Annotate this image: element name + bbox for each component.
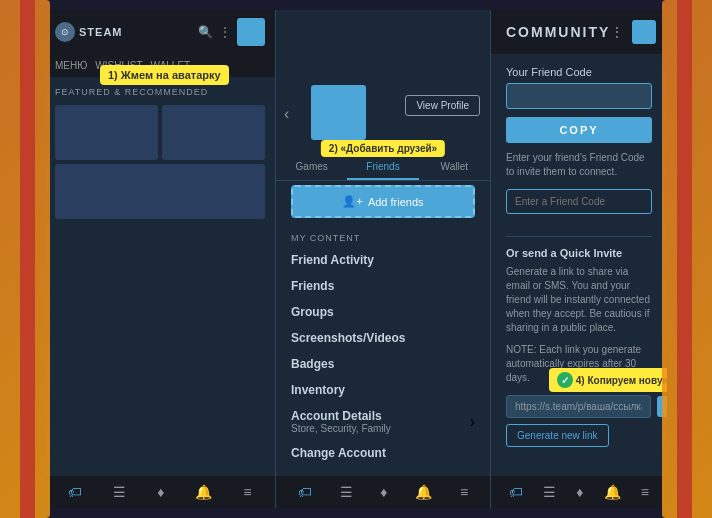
bottom-nav-menu-icon-2[interactable]: ≡ xyxy=(460,484,468,500)
bottom-nav-list-icon-2[interactable]: ☰ xyxy=(340,484,353,500)
friend-code-helper: Enter your friend's Friend Code to invit… xyxy=(506,151,652,179)
chevron-right-icon: › xyxy=(470,413,475,431)
main-wrapper: ⊙ STEAM 🔍 ⋮ 1) Жмем на аватарку МЕНЮ WIS… xyxy=(45,10,667,508)
friend-code-input[interactable] xyxy=(506,83,652,109)
community-content: Your Friend Code COPY Enter your friend'… xyxy=(491,54,667,452)
community-avatar[interactable] xyxy=(632,20,656,44)
bottom-nav-tag-icon[interactable]: 🏷 xyxy=(68,484,82,500)
game-card-1[interactable] xyxy=(55,105,158,160)
tooltip-4-text: 4) Копируем новую ссылку xyxy=(576,375,667,386)
profile-tabs: Games Friends Wallet xyxy=(276,155,490,181)
menu-friends[interactable]: Friends xyxy=(276,273,490,299)
bottom-nav-diamond-icon-2[interactable]: ♦ xyxy=(380,484,387,500)
add-friends-icon: 👤+ xyxy=(342,195,362,208)
search-icon[interactable]: 🔍 xyxy=(198,25,213,39)
menu-change-account[interactable]: Change Account xyxy=(276,440,490,466)
view-profile-button[interactable]: View Profile xyxy=(405,95,480,116)
account-details-text: Account Details xyxy=(291,409,391,423)
game-card-2[interactable] xyxy=(162,105,265,160)
quick-invite-desc: Generate a link to share via email or SM… xyxy=(506,265,652,335)
link-url-input[interactable] xyxy=(506,395,651,418)
community-bottom-nav: 🏷 ☰ ♦ 🔔 ≡ xyxy=(491,476,667,508)
tooltip-4: ✓ 4) Копируем новую ссылку xyxy=(549,368,667,392)
bottom-nav-bell-icon-2[interactable]: 🔔 xyxy=(415,484,432,500)
my-content-label: MY CONTENT xyxy=(276,225,490,247)
friend-code-label: Your Friend Code xyxy=(506,66,652,78)
bottom-nav-bell-icon-3[interactable]: 🔔 xyxy=(604,484,621,500)
link-row: COPY ✓ 4) Копируем новую ссылку xyxy=(506,395,652,418)
enter-friend-code-input[interactable] xyxy=(506,189,652,214)
quick-invite-title: Or send a Quick Invite xyxy=(506,247,652,259)
profile-dropdown-panel: ‹ View Profile 2) «Добавить друзей» Game… xyxy=(275,10,490,508)
menu-screenshots[interactable]: Screenshots/Videos xyxy=(276,325,490,351)
left-content: FEATURED & RECOMMENDED xyxy=(45,77,275,229)
menu-inventory[interactable]: Inventory xyxy=(276,377,490,403)
steam-logo-icon: ⊙ xyxy=(55,22,75,42)
account-details-sub: Store, Security, Family xyxy=(291,423,391,434)
bottom-nav-diamond-icon[interactable]: ♦ xyxy=(157,484,164,500)
community-menu-dots-icon[interactable]: ⋮ xyxy=(610,24,624,40)
steam-header: ⊙ STEAM 🔍 ⋮ xyxy=(45,10,275,54)
tab-wallet[interactable]: Wallet xyxy=(419,155,490,180)
tooltip-1: 1) Жмем на аватарку xyxy=(100,65,229,85)
gift-ribbon-left xyxy=(20,0,35,518)
community-header-right: ⋮ xyxy=(610,20,656,44)
back-button[interactable]: ‹ xyxy=(284,105,289,123)
featured-cards xyxy=(55,105,265,219)
steam-logo: ⊙ STEAM xyxy=(55,22,123,42)
menu-dots-icon[interactable]: ⋮ xyxy=(219,25,231,39)
steam-client-panel: ⊙ STEAM 🔍 ⋮ 1) Жмем на аватарку МЕНЮ WIS… xyxy=(45,10,275,508)
steam-logo-text: STEAM xyxy=(79,26,123,38)
gift-ribbon-right xyxy=(677,0,692,518)
bottom-nav-tag-icon-3[interactable]: 🏷 xyxy=(509,484,523,500)
tab-games[interactable]: Games xyxy=(276,155,347,180)
featured-label: FEATURED & RECOMMENDED xyxy=(55,87,265,97)
profile-bottom-nav: 🏷 ☰ ♦ 🔔 ≡ xyxy=(276,476,490,508)
bottom-nav-menu-icon[interactable]: ≡ xyxy=(243,484,251,500)
bottom-nav-bell-icon[interactable]: 🔔 xyxy=(195,484,212,500)
tab-friends[interactable]: Friends xyxy=(347,155,418,180)
menu-groups[interactable]: Groups xyxy=(276,299,490,325)
my-content-section: MY CONTENT Friend Activity Friends Group… xyxy=(276,225,490,468)
user-avatar[interactable] xyxy=(237,18,265,46)
add-friends-label: Add friends xyxy=(368,196,424,208)
profile-avatar[interactable] xyxy=(311,85,366,140)
menu-friend-activity[interactable]: Friend Activity xyxy=(276,247,490,273)
tooltip-2: 2) «Добавить друзей» xyxy=(321,140,445,157)
nav-menu[interactable]: МЕНЮ xyxy=(55,58,87,73)
steam-header-icons: 🔍 ⋮ xyxy=(198,18,265,46)
add-friends-button[interactable]: 👤+ Add friends xyxy=(291,185,475,218)
bottom-nav-list-icon[interactable]: ☰ xyxy=(113,484,126,500)
menu-account-details[interactable]: Account Details Store, Security, Family … xyxy=(276,403,490,440)
bottom-nav-list-icon-3[interactable]: ☰ xyxy=(543,484,556,500)
community-title: COMMUNITY xyxy=(506,24,610,40)
menu-badges[interactable]: Badges xyxy=(276,351,490,377)
check-icon: ✓ xyxy=(557,372,573,388)
generate-link-button[interactable]: Generate new link xyxy=(506,424,609,447)
community-panel: COMMUNITY ⋮ Your Friend Code COPY Enter … xyxy=(490,10,667,508)
community-header: COMMUNITY ⋮ xyxy=(491,10,667,54)
bottom-nav-diamond-icon-3[interactable]: ♦ xyxy=(576,484,583,500)
section-divider xyxy=(506,236,652,237)
copy-friend-code-button[interactable]: COPY xyxy=(506,117,652,143)
bottom-nav-tag-icon-2[interactable]: 🏷 xyxy=(298,484,312,500)
game-card-wide[interactable] xyxy=(55,164,265,219)
steam-bottom-nav: 🏷 ☰ ♦ 🔔 ≡ xyxy=(45,476,275,508)
bottom-nav-menu-icon-3[interactable]: ≡ xyxy=(641,484,649,500)
